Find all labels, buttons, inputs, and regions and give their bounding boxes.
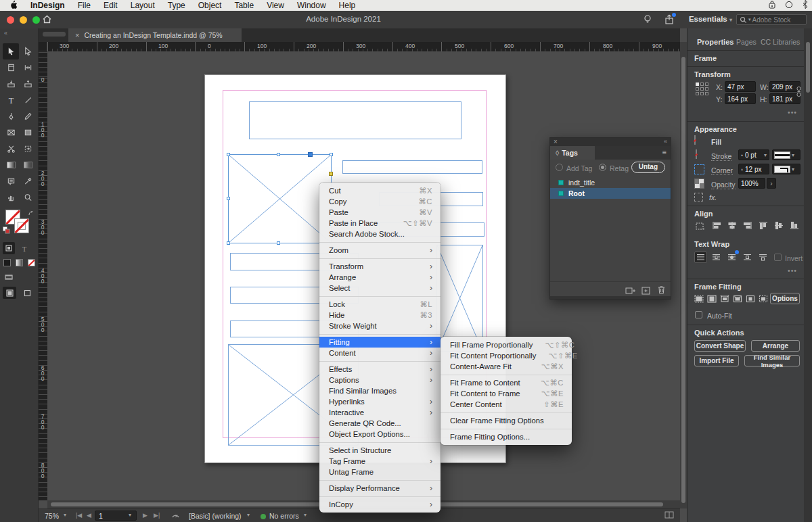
tagged-frame-handle[interactable] [308, 152, 313, 157]
align-center-horizontal-icon[interactable] [727, 221, 737, 230]
selection-tool[interactable] [3, 43, 19, 60]
text-wrap-more-options-icon[interactable]: ••• [788, 266, 797, 275]
tab-cc-libraries[interactable]: CC Libraries [761, 38, 800, 46]
arrange-button[interactable]: Arrange [751, 340, 800, 352]
title-text-frame[interactable] [249, 101, 461, 139]
menu-item-content-aware-fit[interactable]: Content-Aware Fit⌥⌘X [441, 361, 572, 372]
selection-handle[interactable] [227, 241, 230, 245]
menu-item-transform[interactable]: Transform› [319, 261, 441, 272]
x-input[interactable] [725, 81, 756, 92]
invert-checkbox[interactable] [774, 254, 782, 261]
zoom-level[interactable]: 75% [45, 512, 59, 520]
menu-item-generate-qr-code[interactable]: Generate QR Code... [319, 418, 441, 429]
menubar-status-circle-icon[interactable] [785, 1, 793, 11]
menu-item-hyperlinks[interactable]: Hyperlinks› [319, 396, 441, 407]
fill-label[interactable]: Fill [711, 138, 721, 146]
fill-stroke-indicator[interactable] [5, 210, 32, 237]
auto-fit-checkbox[interactable] [695, 311, 702, 318]
menu-item-object-export-options[interactable]: Object Export Options... [319, 429, 441, 440]
apple-menu-icon[interactable] [9, 0, 18, 11]
last-page-button[interactable]: ▶| [154, 512, 160, 519]
stroke-swatch[interactable] [14, 218, 29, 233]
panel-menu-icon[interactable]: ≡ [662, 148, 667, 156]
untag-button[interactable]: Untag [631, 162, 665, 173]
prev-page-button[interactable]: ◀ [87, 512, 91, 519]
jump-to-next-column-icon[interactable] [757, 252, 769, 263]
direct-selection-tool[interactable] [20, 43, 36, 60]
fill-frame-proportionally-icon[interactable] [694, 295, 704, 303]
selection-handle[interactable] [277, 241, 280, 245]
menu-item-center-content[interactable]: Center Content⇧⌘E [441, 399, 572, 410]
transform-more-options-icon[interactable]: ••• [788, 108, 797, 116]
menu-item-frame-fitting-options[interactable]: Frame Fitting Options... [441, 431, 572, 442]
image-placeholder-frame[interactable] [436, 245, 483, 352]
lightbulb-learn-icon[interactable] [643, 14, 652, 28]
menu-item-select-in-structure[interactable]: Select in Structure [319, 445, 441, 456]
corner-style-dropdown[interactable]: ▾ [772, 164, 800, 174]
menu-item-effects[interactable]: Effects› [319, 364, 441, 375]
menubar-item-edit[interactable]: Edit [104, 1, 118, 10]
horizontal-ruler[interactable]: 300200 1000 100200 300400 500600 700800 … [47, 42, 680, 51]
fit-content-to-frame-icon[interactable] [733, 295, 742, 303]
wrap-object-shape-icon[interactable] [725, 252, 738, 263]
corner-options-icon[interactable] [694, 164, 704, 174]
collapse-panel-icon[interactable]: « [4, 30, 7, 37]
pencil-tool[interactable] [20, 108, 36, 124]
preflight-profile[interactable]: [Basic] (working) [189, 512, 242, 520]
workspace-switcher[interactable]: Essentials ▾ [689, 15, 732, 23]
menu-item-captions[interactable]: Captions› [319, 375, 441, 385]
gradient-swatch-tool[interactable] [3, 157, 19, 173]
close-panel-icon[interactable]: × [554, 138, 558, 145]
no-text-wrap-icon[interactable] [694, 252, 707, 263]
menu-item-fill-frame-proportionally[interactable]: Fill Frame Proportionally⌥⇧⌘C [441, 339, 572, 350]
close-document-icon[interactable]: × [75, 31, 79, 39]
align-left-icon[interactable] [712, 221, 721, 230]
menu-item-zoom[interactable]: Zoom› [319, 245, 441, 256]
menu-item-search-adobe-stock[interactable]: Search Adobe Stock... [319, 229, 441, 239]
vertical-ruler[interactable]: 0100 200300 400500 600700 800 [39, 51, 47, 500]
align-to-dropdown-icon[interactable] [694, 221, 706, 231]
preflight-chevron-icon[interactable]: ▾ [247, 512, 250, 518]
menu-item-untag-frame[interactable]: Untag Frame [319, 467, 441, 477]
menubar-status-lock-icon[interactable] [769, 1, 775, 11]
menubar-item-view[interactable]: View [267, 1, 284, 10]
menu-item-interactive[interactable]: Interactive› [319, 407, 441, 418]
ruler-origin-box[interactable] [39, 42, 47, 51]
menu-item-stroke-weight[interactable]: Stroke Weight› [319, 321, 441, 331]
object-style-icon[interactable] [694, 193, 703, 201]
tab-properties[interactable]: Properties [697, 38, 734, 46]
apply-none-button[interactable] [26, 257, 37, 268]
menu-item-clear-frame-fitting-options[interactable]: Clear Frame Fitting Options [441, 415, 572, 426]
selection-handle[interactable] [330, 153, 333, 156]
jump-object-icon[interactable] [741, 252, 754, 263]
fitting-options-button[interactable]: Options [770, 293, 800, 304]
menu-item-fitting[interactable]: Fitting› [319, 337, 441, 348]
gradient-feather-tool[interactable] [20, 157, 36, 173]
fit-frame-to-content-icon[interactable] [720, 295, 729, 303]
tag-row-selected[interactable]: Root [550, 188, 671, 199]
line-tool[interactable] [20, 92, 36, 108]
scissors-tool[interactable] [3, 141, 19, 157]
delete-tag-icon[interactable] [658, 285, 665, 297]
default-fill-stroke-icon[interactable] [3, 224, 10, 237]
document-tab[interactable]: × Creating an InDesign Template.indd @ 7… [68, 28, 242, 42]
hand-tool[interactable] [3, 189, 19, 206]
convert-shape-button[interactable]: Convert Shape [694, 340, 746, 352]
view-options-icon[interactable] [3, 272, 15, 283]
page-tool[interactable] [3, 60, 19, 76]
center-content-icon[interactable] [746, 295, 755, 303]
preflight-status[interactable]: No errors [269, 512, 299, 520]
spread-view-button[interactable] [664, 511, 674, 520]
preflight-gauge-icon[interactable] [171, 511, 180, 521]
corner-label[interactable]: Corner [711, 166, 733, 175]
menu-item-incopy[interactable]: InCopy› [319, 499, 441, 510]
zoom-chevron-icon[interactable]: ▾ [64, 512, 66, 518]
add-tag-radio[interactable] [556, 164, 563, 171]
opacity-value[interactable]: 100% [738, 178, 765, 189]
eyedropper-tool[interactable] [20, 173, 36, 189]
opacity-expand-icon[interactable]: › [767, 178, 776, 189]
menubar-item-window[interactable]: Window [297, 1, 326, 10]
retag-radio[interactable] [599, 164, 606, 171]
note-tool[interactable] [3, 173, 19, 189]
menu-item-hide[interactable]: Hide⌘3 [319, 310, 441, 321]
